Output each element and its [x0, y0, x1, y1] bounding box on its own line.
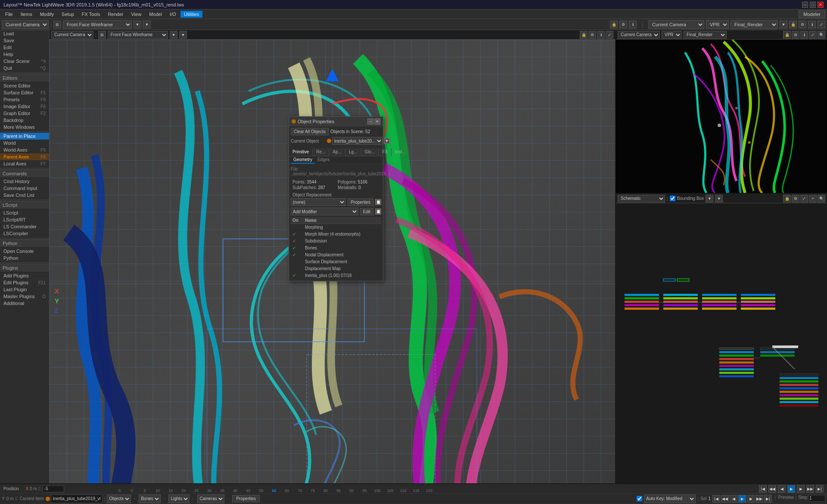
sidebar-surface-editor[interactable]: Surface EditorF5: [0, 89, 49, 96]
prev-frame-btn[interactable]: ◀: [778, 485, 786, 493]
modifier-row-bones[interactable]: ✓ Bones: [291, 245, 381, 252]
main-view-options[interactable]: ▼: [179, 31, 187, 39]
tab-ap[interactable]: Ap...: [329, 148, 345, 156]
auto-key-select[interactable]: Auto Key: Modified: [644, 495, 696, 503]
menu-setup[interactable]: Setup: [58, 11, 78, 18]
sidebar-master-plugins[interactable]: Master PluginsO: [0, 293, 49, 300]
main-view-arrow[interactable]: ▼: [170, 31, 177, 39]
sidebar-last-plugin[interactable]: Last Plugin: [0, 286, 49, 293]
properties-btn[interactable]: Properties: [348, 199, 373, 206]
sidebar-world-axes[interactable]: World AxesF5: [0, 146, 49, 153]
tab-primitive[interactable]: Primitive: [289, 148, 313, 156]
next-frame-btn[interactable]: ▶: [797, 485, 805, 493]
lock-icon[interactable]: 🔒: [610, 21, 618, 28]
menu-io[interactable]: I/O: [166, 11, 180, 18]
goto-end-btn[interactable]: ▶|: [816, 485, 824, 493]
camera-select-left[interactable]: Current Camera: [2, 20, 49, 29]
sidebar-item-help[interactable]: Help: [0, 51, 49, 58]
menu-model[interactable]: Model: [146, 11, 165, 18]
info-icon[interactable]: ℹ: [629, 21, 637, 28]
sidebar-image-editor[interactable]: Image EditorF6: [0, 103, 49, 110]
tl-next-key[interactable]: ▶▶: [755, 495, 763, 503]
render-vpr-select[interactable]: VPR: [662, 31, 682, 39]
clear-all-objects-btn[interactable]: Clear All Objects: [291, 128, 329, 135]
sidebar-ls-commander[interactable]: LS Commander: [0, 223, 49, 230]
main-view-select[interactable]: Front Face Wireframe: [108, 31, 168, 39]
prev-key-btn[interactable]: ◀◀: [768, 485, 776, 493]
sidebar-edit-plugins[interactable]: Edit PluginsF11: [0, 279, 49, 286]
modifier-row-subdivision[interactable]: ✓ Subdivision: [291, 238, 381, 245]
sidebar-cmd-history[interactable]: Cmd History: [0, 178, 49, 185]
render-preset-select[interactable]: Final_Render: [731, 20, 778, 29]
step-input[interactable]: [808, 495, 825, 502]
sidebar-command-input[interactable]: Command Input: [0, 185, 49, 192]
settings-icon[interactable]: ⚙: [619, 21, 627, 28]
tab-re[interactable]: Re...: [313, 148, 329, 156]
sidebar-local-axes[interactable]: Local AxesF7: [0, 160, 49, 167]
tab-inst[interactable]: Inst...: [392, 148, 409, 156]
subtab-edges[interactable]: Edges: [315, 156, 332, 164]
view-dropdown-icon[interactable]: ▼: [134, 21, 141, 28]
tl-next-frame[interactable]: ▶: [747, 495, 755, 503]
play-btn[interactable]: ▶: [787, 485, 795, 493]
main-info-icon[interactable]: ℹ: [597, 31, 605, 39]
dialog-minimize-btn[interactable]: ─: [367, 118, 373, 124]
menu-file[interactable]: File: [2, 11, 16, 18]
modifier-row-surface-displacement[interactable]: Surface Displacement: [291, 258, 381, 265]
render-lock2-icon[interactable]: 🔒: [783, 31, 791, 39]
tab-glo[interactable]: Glo...: [361, 148, 379, 156]
tl-play[interactable]: ▶: [738, 495, 746, 503]
properties-expand-btn[interactable]: 📋: [375, 199, 381, 205]
next-key-btn[interactable]: ▶▶: [806, 485, 814, 493]
sidebar-lscompiler[interactable]: LSCompiler: [0, 230, 49, 237]
maximize-button[interactable]: □: [810, 2, 816, 8]
x-value[interactable]: -5: [43, 485, 64, 492]
tl-prev-key[interactable]: ◀◀: [721, 495, 729, 503]
edit-btn[interactable]: Edit: [360, 208, 373, 215]
menu-view[interactable]: View: [127, 11, 145, 18]
auto-key-checkbox[interactable]: [637, 496, 642, 501]
menu-utilities[interactable]: Utilities: [180, 11, 202, 18]
menu-render[interactable]: Render: [104, 11, 127, 18]
render-options-icon[interactable]: ▼: [780, 21, 787, 28]
tl-goto-end[interactable]: ▶|: [764, 495, 772, 503]
menu-fx-tools[interactable]: FX Tools: [78, 11, 104, 18]
schematic-select[interactable]: Schematic: [618, 195, 665, 202]
schematic-viewport[interactable]: Schematic | Bounding Box ▼ ▼ 🔒 ⚙ ⤢ + 🔍: [616, 194, 827, 483]
modifier-expand-btn[interactable]: 📋: [375, 208, 381, 215]
sidebar-lscript-rt[interactable]: LScript/RT: [0, 216, 49, 223]
camera-select-right[interactable]: Current Camera: [648, 20, 704, 29]
menu-modeler[interactable]: Modeler: [799, 10, 825, 18]
sidebar-more-windows[interactable]: More Windows: [0, 124, 49, 131]
modifier-row-morph-mixer[interactable]: ✓ Morph Mixer (4 endomorphs): [291, 231, 381, 238]
tab-lg[interactable]: Lg...: [345, 148, 361, 156]
modifier-row-inertia[interactable]: ✓ Inertia_plus (1.00) 07/18: [291, 272, 381, 279]
dialog-close-btn[interactable]: ✕: [374, 118, 380, 124]
sidebar-world[interactable]: World: [0, 140, 49, 146]
modifier-row-nodal-displacement[interactable]: ✓ Nodal Displacement: [291, 252, 381, 258]
sch-lock-icon[interactable]: 🔒: [783, 195, 791, 202]
sidebar-open-console[interactable]: Open Console: [0, 248, 49, 255]
sch-expand-icon[interactable]: ⤢: [800, 195, 808, 202]
viewport-layout-icon[interactable]: ⊞: [53, 21, 61, 28]
tl-prev-frame[interactable]: ◀: [730, 495, 737, 503]
sch-dropdown-icon[interactable]: ▼: [706, 195, 713, 202]
sch-search-icon[interactable]: 🔍: [818, 195, 825, 202]
sidebar-python[interactable]: Python: [0, 255, 49, 261]
cameras-select[interactable]: Cameras: [197, 495, 224, 503]
sidebar-backdrop[interactable]: Backdrop: [0, 117, 49, 124]
sch-dropdown2-icon[interactable]: ▼: [715, 195, 723, 202]
object-select-expand[interactable]: ▼: [384, 138, 390, 144]
sidebar-item-save[interactable]: Save: [0, 37, 49, 44]
properties-btn2[interactable]: Properties: [232, 495, 260, 502]
sidebar-item-edit[interactable]: Edit: [0, 44, 49, 51]
close-button[interactable]: ✕: [818, 2, 824, 8]
objects-type-select[interactable]: Objects: [107, 495, 131, 503]
subtab-geometry[interactable]: Geometry: [291, 156, 315, 164]
sidebar-save-cmd-list[interactable]: Save Cmd List: [0, 192, 49, 199]
render-search-icon[interactable]: 🔍: [818, 31, 825, 39]
sidebar-graph-editor[interactable]: Graph EditorF2: [0, 110, 49, 117]
main-layout-icon[interactable]: ⊞: [98, 31, 106, 39]
sch-gear-icon[interactable]: ⚙: [792, 195, 799, 202]
main-expand-icon[interactable]: ⤢: [606, 31, 613, 39]
